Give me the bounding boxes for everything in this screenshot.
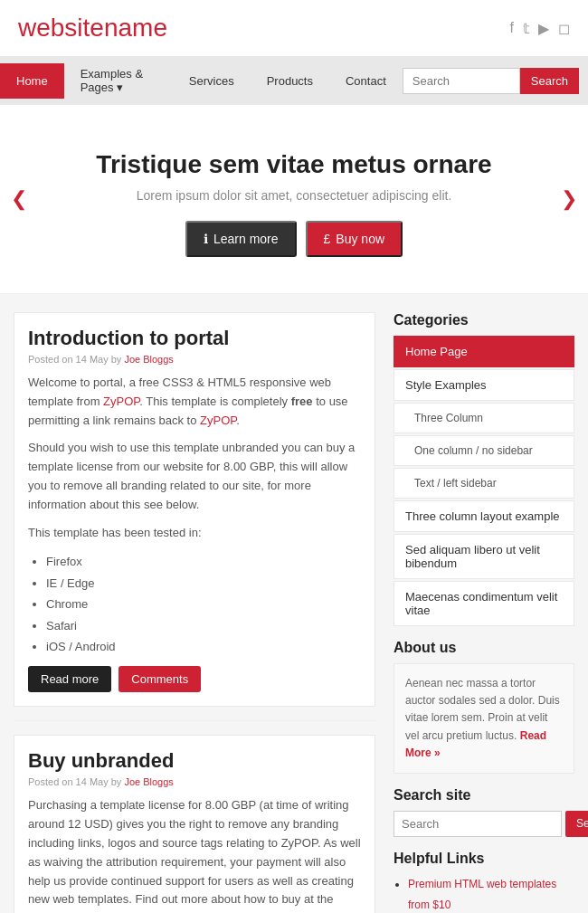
- zypop-link-2[interactable]: ZyPOP: [200, 414, 236, 427]
- buy-now-label: Buy now: [336, 232, 384, 246]
- list-item: Safari: [46, 615, 361, 636]
- nav-search: Search: [403, 68, 579, 94]
- about-section: About us Aenean nec massa a tortor aucto…: [394, 640, 574, 774]
- sidebar-cat-three-col[interactable]: Three Column: [394, 403, 574, 433]
- article-1-para-1: Welcome to portal, a free CSS3 & HTML5 r…: [28, 374, 361, 430]
- logo: websitename: [18, 14, 167, 43]
- social-icons: f 𝕥 ▶ ◻: [510, 20, 570, 37]
- zypop-link-1[interactable]: ZyPOP: [103, 395, 139, 408]
- helpful-link-1[interactable]: Premium HTML web templates from $10: [408, 878, 556, 911]
- instagram-icon[interactable]: ◻: [558, 20, 570, 37]
- helpful-link-item: Premium HTML web templates from $10: [408, 874, 574, 913]
- nav-search-input[interactable]: [403, 68, 520, 94]
- header: websitename f 𝕥 ▶ ◻: [0, 0, 588, 56]
- hero-next-arrow[interactable]: ❯: [561, 187, 577, 211]
- article-1-para-2: Should you wish to use this template unb…: [28, 439, 361, 514]
- about-title: About us: [394, 640, 574, 656]
- hero-section: ❮ Tristique sem vitae metus ornare Lorem…: [0, 105, 588, 294]
- article-1-meta: Posted on 14 May by Joe Bloggs: [28, 354, 361, 365]
- sidebar-cat-three-layout[interactable]: Three column layout example: [394, 500, 574, 532]
- article-1-comments-button[interactable]: Comments: [119, 666, 201, 692]
- categories-title: Categories: [394, 312, 574, 328]
- sidebar-cat-style[interactable]: Style Examples: [394, 369, 574, 401]
- nav-item-home[interactable]: Home: [0, 63, 64, 99]
- helpful-links-section: Helpful Links Premium HTML web templates…: [394, 851, 574, 913]
- sidebar: Categories Home Page Style Examples Thre…: [394, 312, 574, 913]
- nav-item-examples[interactable]: Examples & Pages ▾: [64, 56, 173, 105]
- buy-now-button[interactable]: £ Buy now: [306, 221, 403, 257]
- hero-prev-arrow[interactable]: ❮: [11, 187, 27, 211]
- article-2-title: Buy unbranded: [28, 749, 361, 773]
- hero-buttons: ℹ Learn more £ Buy now: [27, 221, 561, 257]
- article-1-para-3: This template has been tested in:: [28, 524, 361, 543]
- helpful-links-title: Helpful Links: [394, 851, 574, 867]
- nav-item-products[interactable]: Products: [251, 63, 329, 99]
- article-1-list: Firefox IE / Edge Chrome Safari iOS / An…: [28, 551, 361, 657]
- article-1-title: Introduction to portal: [28, 327, 361, 350]
- article-2-author[interactable]: Joe Bloggs: [124, 776, 173, 787]
- categories-section: Categories Home Page Style Examples Thre…: [394, 312, 574, 626]
- article-1-author[interactable]: Joe Bloggs: [124, 354, 173, 365]
- about-box: Aenean nec massa a tortor auctor sodales…: [394, 663, 574, 774]
- nav-search-button[interactable]: Search: [520, 68, 579, 94]
- list-item: IE / Edge: [46, 573, 361, 594]
- youtube-icon[interactable]: ▶: [538, 20, 549, 37]
- list-item: iOS / Android: [46, 636, 361, 657]
- list-item: Firefox: [46, 551, 361, 572]
- learn-more-button[interactable]: ℹ Learn more: [185, 221, 297, 257]
- hero-title: Tristique sem vitae metus ornare: [27, 150, 561, 179]
- article-2-para-1: Purchasing a template license for 8.00 G…: [28, 796, 361, 913]
- list-item: Chrome: [46, 594, 361, 614]
- nav-item-contact[interactable]: Contact: [329, 63, 403, 99]
- article-1-actions: Read more Comments: [28, 666, 361, 692]
- search-site-row: Search: [394, 811, 574, 837]
- navbar: Home Examples & Pages ▾ Services Product…: [0, 56, 588, 105]
- helpful-links-list: Premium HTML web templates from $10 Chea…: [394, 874, 574, 913]
- sidebar-cat-homepage[interactable]: Home Page: [394, 336, 574, 367]
- main-container: Introduction to portal Posted on 14 May …: [0, 294, 588, 913]
- nav-item-services[interactable]: Services: [173, 63, 251, 99]
- sidebar-cat-text-left[interactable]: Text / left sidebar: [394, 468, 574, 499]
- logo-colored: name: [104, 14, 167, 42]
- sidebar-cat-sed[interactable]: Sed aliquam libero ut velit bibendum: [394, 534, 574, 579]
- info-icon: ℹ: [204, 232, 208, 246]
- sidebar-search-button[interactable]: Search: [565, 811, 588, 837]
- learn-more-label: Learn more: [213, 232, 279, 246]
- facebook-icon[interactable]: f: [510, 20, 514, 37]
- article-2: Buy unbranded Posted on 14 May by Joe Bl…: [14, 735, 375, 913]
- sidebar-cat-maecenas[interactable]: Maecenas condimentum velit vitae: [394, 581, 574, 626]
- sidebar-cat-one-col[interactable]: One column / no sidebar: [394, 435, 574, 466]
- content-area: Introduction to portal Posted on 14 May …: [14, 312, 375, 913]
- article-1: Introduction to portal Posted on 14 May …: [14, 312, 375, 707]
- hero-subtitle: Lorem ipsum dolor sit amet, consectetuer…: [27, 188, 561, 203]
- sidebar-search-input[interactable]: [394, 811, 562, 837]
- twitter-icon[interactable]: 𝕥: [523, 20, 529, 37]
- pound-icon: £: [324, 232, 331, 246]
- search-site-title: Search site: [394, 787, 574, 804]
- article-2-meta: Posted on 14 May by Joe Bloggs: [28, 776, 361, 787]
- logo-plain: website: [18, 14, 104, 42]
- article-1-readmore-button[interactable]: Read more: [28, 666, 111, 692]
- search-section: Search site Search: [394, 787, 574, 837]
